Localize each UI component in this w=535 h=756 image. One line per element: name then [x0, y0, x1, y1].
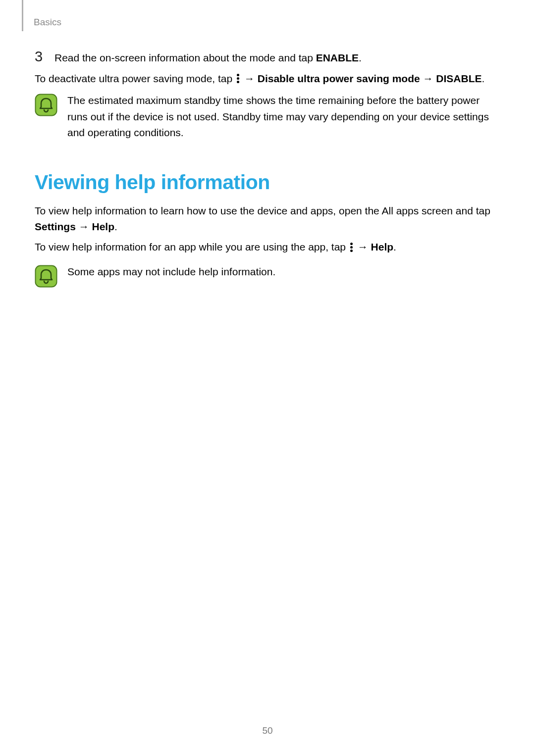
- note-icon: [35, 94, 57, 116]
- note-some-apps: Some apps may not include help informati…: [35, 264, 500, 288]
- help1-pre: To view help information to learn how to…: [35, 205, 490, 216]
- step-3: 3 Read the on-screen information about t…: [35, 50, 500, 66]
- note-standby-text: The estimated maximum standby time shows…: [67, 93, 500, 141]
- arrow-2: →: [420, 73, 436, 84]
- step-text: Read the on-screen information about the…: [54, 50, 362, 66]
- help2-help: Help: [371, 241, 394, 252]
- step-text-enable: ENABLE: [316, 52, 359, 63]
- page-content: 3 Read the on-screen information about t…: [35, 50, 500, 302]
- note-some-apps-text: Some apps may not include help informati…: [67, 264, 275, 280]
- step-number: 3: [35, 50, 54, 64]
- help2-pre: To view help information for an app whil…: [35, 241, 349, 252]
- more-options-icon: [350, 242, 353, 253]
- deactivate-post: .: [482, 73, 485, 84]
- step-text-post: .: [359, 52, 362, 63]
- help1-help: Help: [92, 221, 115, 232]
- note-icon: [35, 265, 57, 288]
- help1-settings: Settings: [35, 221, 76, 232]
- arrow-1: →: [241, 73, 258, 84]
- header-rule: [22, 0, 23, 31]
- help-paragraph-2: To view help information for an app whil…: [35, 239, 500, 255]
- header-section-label: Basics: [34, 17, 61, 28]
- deactivate-paragraph: To deactivate ultra power saving mode, t…: [35, 71, 500, 87]
- deactivate-pre: To deactivate ultra power saving mode, t…: [35, 73, 235, 84]
- help1-post: .: [114, 221, 117, 232]
- more-options-icon: [237, 73, 240, 84]
- deactivate-option: Disable ultra power saving mode: [258, 73, 420, 84]
- help-paragraph-1: To view help information to learn how to…: [35, 203, 500, 235]
- step-text-pre: Read the on-screen information about the…: [54, 52, 316, 63]
- help1-arrow: →: [76, 221, 92, 232]
- note-standby: The estimated maximum standby time shows…: [35, 93, 500, 141]
- help2-post: .: [393, 241, 396, 252]
- help2-arrow: →: [355, 241, 371, 252]
- disable-label: DISABLE: [436, 73, 482, 84]
- heading-viewing-help: Viewing help information: [35, 171, 500, 194]
- page-number: 50: [0, 725, 535, 736]
